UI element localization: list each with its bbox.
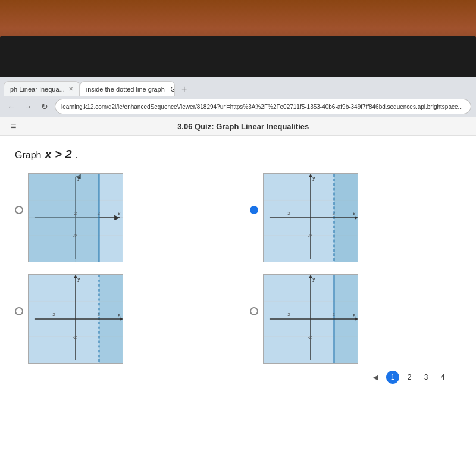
question-prefix: Graph — [15, 150, 41, 161]
svg-text:-2: -2 — [286, 312, 290, 317]
svg-text:y: y — [77, 276, 80, 282]
graph-d: x y -2 2 -2 — [263, 274, 358, 364]
svg-rect-9 — [29, 174, 99, 262]
option-c[interactable]: x y -2 2 -2 — [15, 274, 226, 364]
page-3-button[interactable]: 3 — [419, 371, 433, 384]
graph-b: x y -2 2 -2 — [263, 173, 358, 262]
reload-button[interactable]: ↻ — [38, 100, 51, 113]
svg-text:-2: -2 — [308, 233, 312, 239]
svg-text:2: 2 — [98, 211, 100, 216]
svg-text:-2: -2 — [51, 312, 55, 317]
back-button[interactable]: ← — [5, 100, 18, 113]
browser-chrome: ph Linear Inequa... ✕ inside the dotted … — [0, 77, 476, 117]
page-4-button[interactable]: 4 — [436, 371, 449, 384]
svg-text:-2: -2 — [73, 211, 77, 216]
graph-svg-c: x y -2 2 -2 — [29, 275, 123, 363]
tab-dotted-line[interactable]: inside the dotted line graph - Go... ✕ — [80, 81, 175, 96]
new-tab-button[interactable]: + — [177, 82, 192, 96]
prev-page-button[interactable]: ◄ — [368, 370, 383, 384]
svg-text:-2: -2 — [286, 211, 290, 216]
graph-svg-d: x y -2 2 -2 — [264, 275, 358, 363]
tab-graph-linear[interactable]: ph Linear Inequa... ✕ — [4, 81, 80, 96]
svg-text:x: x — [353, 312, 356, 318]
page-2-button[interactable]: 2 — [403, 371, 416, 384]
graphs-grid: x y -2 2 -2 — [15, 173, 461, 364]
address-bar-row: ← → ↻ learning.k12.com/d2l/le/enhancedSe… — [0, 96, 476, 117]
graph-svg-a: x y -2 2 -2 — [29, 174, 123, 262]
svg-text:-2: -2 — [308, 334, 312, 340]
svg-text:-2: -2 — [73, 233, 77, 239]
quiz-area: Graph x > 2 . — [0, 136, 476, 402]
page-header: ≡ 3.06 Quiz: Graph Linear Inequalities — [0, 117, 476, 136]
svg-text:y: y — [312, 175, 315, 181]
svg-text:2: 2 — [333, 312, 335, 317]
svg-text:x: x — [118, 211, 121, 217]
svg-text:x: x — [118, 312, 121, 318]
page-content: ≡ 3.06 Quiz: Graph Linear Inequalities G… — [0, 117, 476, 476]
sidebar-toggle-icon[interactable]: ≡ — [11, 121, 16, 131]
pagination: ◄ 1 2 3 4 — [15, 364, 461, 390]
tab-close-icon[interactable]: ✕ — [68, 86, 73, 92]
tab-active-label: inside the dotted line graph - Go... — [86, 86, 175, 93]
address-bar[interactable]: learning.k12.com/d2l/le/enhancedSequence… — [55, 99, 471, 114]
graph-a: x y -2 2 -2 — [28, 173, 123, 262]
question-text: Graph x > 2 . — [15, 148, 461, 161]
tab-label: ph Linear Inequa... — [10, 86, 65, 93]
monitor-bezel: ph Linear Inequa... ✕ inside the dotted … — [0, 36, 476, 476]
svg-text:y: y — [77, 175, 80, 181]
option-d[interactable]: x y -2 2 -2 — [250, 274, 461, 364]
radio-d[interactable] — [250, 307, 258, 315]
graph-svg-b: x y -2 2 -2 — [264, 174, 358, 262]
radio-c[interactable] — [15, 307, 23, 315]
radio-b[interactable] — [250, 206, 258, 214]
svg-text:x: x — [353, 211, 356, 217]
forward-button[interactable]: → — [21, 100, 35, 113]
question-math: x > 2 — [45, 148, 71, 161]
svg-text:-2: -2 — [73, 334, 77, 340]
page-1-button[interactable]: 1 — [386, 371, 399, 384]
page-title: 3.06 Quiz: Graph Linear Inequalities — [16, 122, 470, 131]
svg-text:y: y — [312, 276, 315, 282]
tab-bar: ph Linear Inequa... ✕ inside the dotted … — [0, 77, 476, 96]
screen: ph Linear Inequa... ✕ inside the dotted … — [0, 77, 476, 476]
svg-text:2: 2 — [333, 211, 335, 216]
radio-a[interactable] — [15, 206, 23, 214]
option-a[interactable]: x y -2 2 -2 — [15, 173, 226, 262]
option-b[interactable]: x y -2 2 -2 — [250, 173, 461, 262]
svg-text:2: 2 — [98, 312, 100, 317]
graph-c: x y -2 2 -2 — [28, 274, 123, 364]
question-suffix: . — [76, 150, 78, 161]
